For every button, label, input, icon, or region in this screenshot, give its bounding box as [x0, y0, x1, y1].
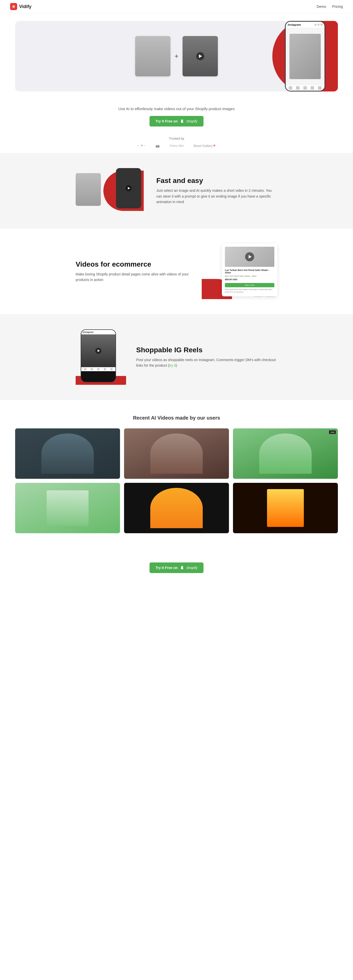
fast-easy-row: → Fast and easy Just select an image and… — [76, 168, 277, 213]
trusted-logo-4: Bead Gallery ♥ — [194, 143, 216, 148]
product-card-info: Silver gray shawl with elegant floral pa… — [225, 288, 274, 293]
ecommerce-title: Videos for ecommerce — [76, 260, 192, 268]
product-card-subtitle: Burn Out Floral Satin Shawl - Silver — [225, 275, 274, 277]
new-badge: new — [329, 430, 336, 434]
ig-reels-phone-header: Instagram — [81, 330, 115, 334]
hero-phone-mockup: Instagram — [285, 21, 325, 91]
footer-cta-label: Try It Free on — [156, 566, 178, 570]
logo-4-heart: ♥ — [213, 143, 216, 148]
product-card: Lux Turban Burn Out Floral Satin Shawl –… — [222, 244, 277, 296]
ig-reels-section: Instagram Shoppable IG Reels — [0, 314, 353, 400]
footer-cta-section: Try It Free on shopify — [0, 552, 353, 588]
ig-footer-profile — [110, 368, 113, 371]
ecommerce-section: Videos for ecommerce Make boring Shopify… — [0, 229, 353, 314]
product-card-image — [225, 247, 274, 267]
ecommerce-description: Make boring Shopify product detail pages… — [76, 271, 192, 283]
video-grid: new — [15, 428, 338, 533]
product-thumb — [76, 173, 101, 206]
ig-icon-3 — [321, 24, 323, 26]
ig-heart-icon — [311, 86, 314, 90]
hero-phone-wrap: Instagram — [280, 26, 330, 86]
ig-footer-home — [84, 368, 86, 371]
recent-videos-section: Recent AI Videos made by our users new — [0, 400, 353, 552]
ig-reels-title: Shoppable IG Reels — [136, 346, 277, 354]
ig-home-icon — [289, 86, 292, 90]
cta-platform: shopify — [186, 119, 197, 123]
brand-name: Vidify — [19, 4, 32, 10]
logo-1-text: ~ ✦ ~ — [137, 144, 145, 148]
ig-footer-heart — [104, 368, 106, 371]
instagram-logo: Instagram — [288, 23, 301, 26]
ig-icon-1 — [315, 24, 316, 26]
fast-easy-phone — [116, 168, 141, 208]
instagram-footer — [286, 85, 324, 91]
video-item-1[interactable] — [15, 428, 120, 479]
product-card-play[interactable] — [245, 252, 254, 261]
ig-reels-visual: Instagram — [76, 329, 126, 385]
trusted-logo-3: Fancy Hat — [170, 144, 184, 148]
trusted-label: Trusted by — [5, 137, 348, 140]
video-item-3[interactable]: new — [233, 428, 338, 479]
instagram-icons — [315, 24, 323, 26]
hero-images: + — [135, 36, 218, 76]
logo-2-text: 📷 — [156, 144, 160, 148]
footer-cta-button[interactable]: Try It Free on shopify — [150, 562, 203, 573]
fast-easy-play-icon[interactable] — [126, 185, 132, 191]
ig-reels-text: Shoppable IG Reels Post your videos as s… — [136, 346, 277, 368]
trusted-logo-1: ~ ✦ ~ — [137, 144, 145, 148]
fast-easy-product-image — [76, 173, 101, 206]
ig-reels-play-icon[interactable] — [95, 348, 101, 354]
shopify-icon — [180, 119, 184, 124]
nav-pricing-link[interactable]: Pricing — [332, 5, 343, 9]
ig-profile-icon — [318, 86, 321, 90]
nav-demo-link[interactable]: Demo — [317, 5, 326, 9]
ig-reels-description: Post your videos as shoppable reels on I… — [136, 357, 277, 368]
trusted-logos: ~ ✦ ~ 📷 Fancy Hat Bead Gallery ♥ — [5, 143, 348, 148]
product-card-price: $59.00 USD — [225, 278, 274, 281]
product-buy-button[interactable]: Buy it now — [225, 283, 274, 287]
nav-links: Demo Pricing — [317, 5, 343, 9]
logo-3-text: Fancy Hat — [170, 144, 184, 148]
cta-label: Try It Free on — [156, 119, 178, 123]
navigation: Vidify Demo Pricing — [0, 0, 353, 13]
hero-subtitle: Use AI to effortlessly make videos out o… — [5, 107, 348, 111]
hero-banner: + Instagram — [15, 21, 338, 91]
fast-easy-section: → Fast and easy Just select an image and… — [0, 153, 353, 229]
ecommerce-row: Videos for ecommerce Make boring Shopify… — [76, 244, 277, 299]
ig-search-icon — [296, 86, 300, 90]
video-item-2[interactable] — [124, 428, 229, 479]
video-item-5[interactable] — [124, 483, 229, 533]
product-silhouette — [135, 36, 171, 76]
footer-cta-platform: shopify — [186, 566, 197, 570]
instagram-header: Instagram — [286, 22, 324, 28]
trusted-section: Trusted by ~ ✦ ~ 📷 Fancy Hat Bead Galler… — [0, 132, 353, 153]
hero-section: Use AI to effortlessly make videos out o… — [0, 99, 353, 132]
logo-icon — [10, 3, 17, 10]
hero-model-image — [182, 36, 218, 76]
logo-4-text: Bead Gallery — [194, 144, 212, 148]
ig-reels-try-link[interactable]: try it — [169, 363, 176, 368]
ig-reels-phone-footer — [81, 367, 115, 371]
ig-footer-add — [97, 368, 100, 371]
ig-reels-phone-content — [81, 334, 115, 367]
video-item-6[interactable] — [233, 483, 338, 533]
phone-screen: Instagram — [286, 22, 324, 91]
hero-cta-button[interactable]: Try It Free on shopify — [150, 116, 203, 127]
fast-easy-description: Just select an image and AI quickly make… — [157, 188, 277, 205]
fast-easy-title: Fast and easy — [157, 177, 277, 185]
footer-shopify-icon — [180, 565, 184, 570]
fast-easy-visual: → — [76, 168, 146, 213]
ig-icon-2 — [318, 24, 319, 26]
ig-add-icon — [303, 86, 307, 90]
ecommerce-visual: Lux Turban Burn Out Floral Satin Shawl –… — [202, 244, 277, 299]
ig-reels-phone: Instagram — [81, 329, 116, 382]
hero-product-image — [135, 36, 171, 76]
logo[interactable]: Vidify — [10, 3, 32, 10]
hero-plus-sign: + — [174, 52, 179, 60]
video-item-4[interactable] — [15, 483, 120, 533]
ig-footer-search — [91, 368, 93, 371]
trusted-logo-2: 📷 — [156, 144, 160, 148]
product-card-title: Lux Turban Burn Out Floral Satin Shawl –… — [225, 269, 274, 274]
play-button-icon[interactable] — [196, 52, 204, 60]
ig-reels-row: Instagram Shoppable IG Reels — [76, 329, 277, 385]
